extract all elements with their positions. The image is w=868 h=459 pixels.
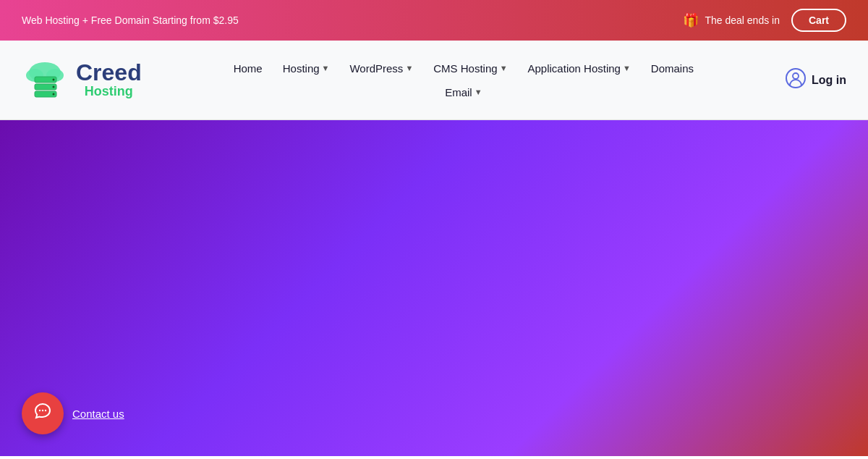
nav-row-1: Home Hosting ▼ WordPress ▼ CMS Hosting ▼… [225, 56, 702, 80]
svg-point-8 [53, 93, 55, 96]
svg-point-10 [793, 73, 799, 79]
svg-point-9 [786, 69, 805, 88]
chevron-down-icon: ▼ [475, 88, 482, 96]
nav-cms-hosting[interactable]: CMS Hosting ▼ [425, 56, 516, 80]
contact-label[interactable]: Contact us [72, 408, 124, 420]
login-area[interactable]: Log in [786, 68, 846, 93]
nav-application-hosting[interactable]: Application Hosting ▼ [519, 56, 639, 80]
cart-button[interactable]: Cart [791, 9, 846, 32]
nav-email[interactable]: Email ▼ [436, 80, 490, 104]
nav-home[interactable]: Home [225, 56, 271, 80]
promo-text: Web Hosting + Free Domain Starting from … [22, 14, 239, 26]
logo-hosting: Hosting [76, 84, 142, 99]
nav-wordpress[interactable]: WordPress ▼ [341, 56, 422, 80]
nav-domains[interactable]: Domains [642, 56, 702, 80]
user-icon [786, 68, 806, 93]
svg-point-6 [53, 86, 55, 88]
logo[interactable]: Creed Hosting [22, 56, 142, 104]
logo-text: Creed Hosting [76, 61, 142, 99]
hero-section: Contact us [0, 120, 868, 456]
chat-icon [33, 402, 52, 425]
nav-menu: Home Hosting ▼ WordPress ▼ CMS Hosting ▼… [225, 56, 702, 104]
svg-point-11 [39, 410, 41, 411]
banner-right: 🎁 The deal ends in Cart [683, 9, 846, 32]
logo-icon [22, 56, 69, 104]
chevron-down-icon: ▼ [500, 64, 508, 72]
gift-icon: 🎁 [683, 12, 699, 28]
contact-widget: Contact us [22, 392, 124, 434]
deal-area: 🎁 The deal ends in [683, 12, 780, 28]
chevron-down-icon: ▼ [623, 64, 631, 72]
chevron-down-icon: ▼ [405, 64, 413, 72]
svg-point-4 [53, 79, 55, 81]
nav-header: Creed Hosting Home Hosting ▼ WordPress ▼… [0, 41, 868, 120]
logo-creed: Creed [76, 61, 142, 84]
chevron-down-icon: ▼ [322, 64, 330, 72]
chat-button[interactable] [22, 392, 64, 434]
svg-point-12 [42, 410, 43, 411]
login-label: Log in [812, 74, 846, 87]
nav-row-2: Email ▼ [436, 80, 490, 104]
nav-hosting[interactable]: Hosting ▼ [274, 56, 339, 80]
deal-text: The deal ends in [705, 14, 780, 26]
top-banner: Web Hosting + Free Domain Starting from … [0, 0, 868, 41]
svg-point-13 [45, 410, 46, 411]
